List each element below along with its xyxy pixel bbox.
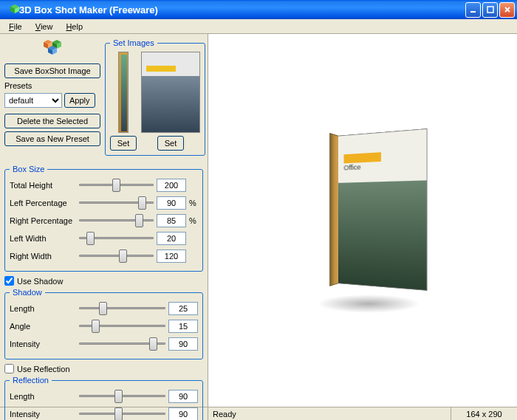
set-images-legend: Set Images — [110, 38, 157, 47]
right-pct-slider[interactable] — [79, 213, 154, 227]
front-thumbnail — [141, 52, 200, 133]
left-width-label: Left Width — [10, 234, 76, 243]
app-icon — [4, 4, 16, 16]
use-shadow-checkbox[interactable] — [4, 276, 14, 286]
apply-button[interactable]: Apply — [64, 93, 95, 108]
box-size-legend: Box Size — [10, 165, 47, 173]
shadow-length-value[interactable]: 25 — [168, 302, 198, 315]
menu-help[interactable]: Help — [60, 21, 89, 32]
spine-thumbnail — [118, 52, 129, 133]
presets-label: Presets — [4, 81, 100, 90]
statusbar: Ready 164 x 290 — [0, 407, 517, 420]
set-front-button[interactable]: Set — [157, 136, 184, 151]
left-width-slider[interactable] — [79, 231, 154, 244]
shadow-length-slider[interactable] — [79, 301, 165, 314]
maximize-button[interactable] — [482, 2, 498, 18]
shadow-group: Shadow Length25 Angle15 Intensity90 — [4, 288, 203, 359]
right-width-slider[interactable] — [79, 249, 154, 262]
save-preset-button[interactable]: Save as New Preset — [4, 131, 100, 146]
total-height-value[interactable]: 200 — [157, 179, 186, 192]
use-reflection-label: Use Reflection — [17, 365, 70, 373]
right-pct-label: Right Percentage — [10, 216, 76, 225]
menu-view[interactable]: View — [30, 21, 59, 32]
box-preview — [302, 114, 423, 328]
window-title: 3D Box Shot Maker (Freeware) — [19, 4, 465, 16]
preview-panel — [208, 34, 517, 407]
reflection-length-label: Length — [10, 392, 76, 401]
reflection-length-slider[interactable] — [79, 389, 165, 402]
titlebar[interactable]: 3D Box Shot Maker (Freeware) — [0, 0, 517, 19]
right-pct-value[interactable]: 85 — [157, 214, 186, 227]
shadow-angle-label: Angle — [10, 322, 76, 331]
left-panel: Save BoxShot Image Presets default Apply… — [0, 34, 208, 407]
status-dimensions: 164 x 290 — [451, 407, 517, 420]
shadow-intensity-label: Intensity — [10, 340, 76, 348]
shadow-intensity-slider[interactable] — [79, 337, 165, 350]
left-width-value[interactable]: 20 — [157, 232, 186, 245]
total-height-slider[interactable] — [79, 178, 154, 191]
delete-selected-button[interactable]: Delete the Selected — [4, 114, 100, 128]
total-height-label: Total Height — [10, 181, 76, 190]
status-ready: Ready — [208, 410, 451, 419]
menubar: File View Help — [0, 19, 517, 34]
close-button[interactable] — [499, 2, 515, 18]
set-images-group: Set Images Set Set — [105, 38, 205, 156]
window-controls — [465, 2, 515, 18]
shadow-angle-value[interactable]: 15 — [168, 320, 198, 333]
left-pct-label: Left Percentage — [10, 199, 76, 207]
right-width-value[interactable]: 120 — [157, 249, 186, 263]
menu-file[interactable]: File — [3, 21, 28, 32]
shadow-legend: Shadow — [10, 288, 45, 297]
reflection-legend: Reflection — [10, 376, 52, 385]
minimize-button[interactable] — [465, 2, 481, 18]
logo-icon — [4, 38, 100, 58]
svg-rect-3 — [470, 11, 476, 13]
reflection-length-value[interactable]: 90 — [168, 390, 198, 403]
use-shadow-label: Use Shadow — [17, 277, 63, 286]
set-spine-button[interactable]: Set — [110, 136, 137, 151]
shadow-angle-slider[interactable] — [79, 319, 165, 332]
right-width-label: Right Width — [10, 252, 76, 261]
shadow-length-label: Length — [10, 304, 76, 313]
left-pct-slider[interactable] — [79, 196, 154, 209]
shadow-intensity-value[interactable]: 90 — [168, 337, 198, 351]
svg-rect-4 — [487, 7, 493, 13]
use-reflection-checkbox[interactable] — [4, 364, 14, 373]
box-size-group: Box Size Total Height200 Left Percentage… — [4, 165, 203, 272]
left-pct-value[interactable]: 90 — [157, 196, 186, 210]
save-boxshot-button[interactable]: Save BoxShot Image — [4, 63, 100, 78]
presets-select[interactable]: default — [4, 93, 62, 108]
